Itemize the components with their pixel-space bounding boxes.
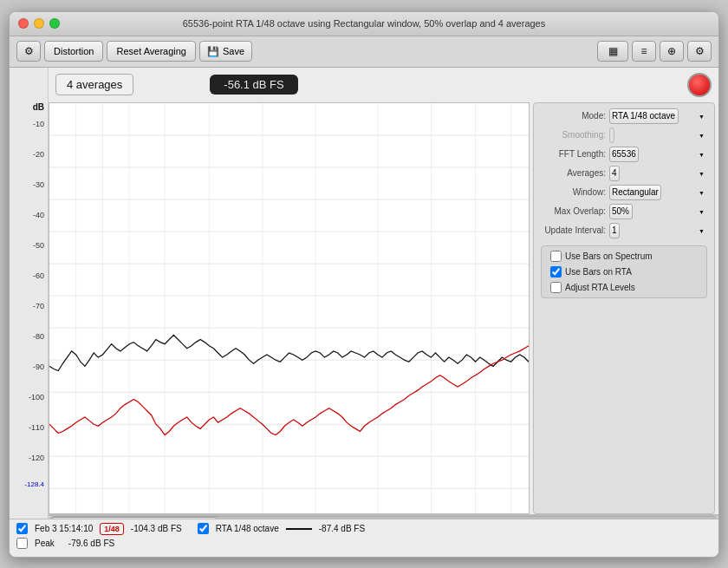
- averages-select[interactable]: 4: [609, 166, 620, 181]
- mode-label: Mode:: [541, 111, 606, 121]
- y-tick--10: -10: [33, 120, 44, 128]
- save-button[interactable]: 💾 Save: [199, 41, 252, 62]
- toolbar: ⚙ Distortion Reset Averaging 💾 Save ▦ ≡ …: [10, 36, 718, 68]
- y-tick--120: -120: [29, 454, 44, 462]
- use-bars-rta-checkbox[interactable]: [550, 266, 562, 277]
- legend-checkbox-2[interactable]: [16, 538, 28, 549]
- spectrum-svg: [49, 103, 529, 513]
- settings-icon-button[interactable]: ⚙: [16, 41, 41, 62]
- app-window: 65536-point RTA 1/48 octave using Rectan…: [9, 11, 719, 558]
- traffic-lights: [18, 18, 60, 29]
- h-scrollbar[interactable]: [49, 515, 718, 519]
- smoothing-label: Smoothing:: [541, 130, 606, 140]
- averages-badge: 4 averages: [55, 74, 133, 95]
- y-tick--50: -50: [33, 241, 44, 250]
- max-overlap-label: Max Overlap:: [541, 206, 606, 216]
- adjust-rta-levels-row: Adjust RTA Levels: [547, 281, 701, 294]
- y-tick--80: -80: [33, 332, 44, 341]
- window-title: 65536-point RTA 1/48 octave using Rectan…: [18, 18, 710, 29]
- maximize-button[interactable]: [49, 18, 60, 29]
- reset-averaging-button[interactable]: Reset Averaging: [107, 41, 196, 62]
- averages-row: Averages: 4: [541, 166, 707, 181]
- record-button[interactable]: [687, 73, 712, 97]
- use-bars-rta-row: Use Bars on RTA: [547, 265, 701, 278]
- rta-waveform: [49, 335, 529, 370]
- legend-rta-checkbox[interactable]: [198, 523, 209, 534]
- toolbar-left: ⚙ Distortion Reset Averaging 💾 Save: [16, 41, 252, 62]
- legend-row-1: Feb 3 15:14:10 1/48 -104.3 dB FS RTA 1/4…: [16, 523, 712, 535]
- scroll-track[interactable]: [50, 516, 717, 519]
- minimize-button[interactable]: [34, 18, 44, 29]
- update-label: Update Interval:: [541, 225, 606, 235]
- adjust-rta-levels-label: Adjust RTA Levels: [565, 283, 635, 292]
- max-overlap-select-wrap: 50%: [609, 204, 707, 219]
- gear-icon[interactable]: ⚙: [687, 41, 712, 62]
- y-tick--60: -60: [33, 271, 44, 280]
- y-tick--70: -70: [33, 302, 44, 310]
- chart-panel: Mode: RTA 1/48 octave Smoothing:: [49, 102, 718, 514]
- title-bar: 65536-point RTA 1/48 octave using Rectan…: [10, 12, 718, 36]
- spectrum-chart: [49, 102, 530, 514]
- smoothing-row: Smoothing:: [541, 127, 707, 143]
- adjust-rta-levels-checkbox[interactable]: [550, 282, 562, 293]
- use-bars-spectrum-row: Use Bars on Spectrum: [547, 250, 701, 263]
- fft-select[interactable]: 65536: [609, 147, 639, 162]
- window-row: Window: Rectangular: [541, 185, 707, 200]
- fft-row: FFT Length: 65536: [541, 147, 707, 162]
- spectrum-waveform: [49, 345, 529, 434]
- close-button[interactable]: [18, 18, 29, 29]
- y-tick--20: -20: [33, 150, 44, 159]
- legend-date: Feb 3 15:14:10: [35, 524, 93, 533]
- use-bars-spectrum-checkbox[interactable]: [550, 251, 562, 262]
- update-select-wrap: 1: [609, 223, 707, 238]
- mode-row: Mode: RTA 1/48 octave: [541, 108, 707, 124]
- y-tick--90: -90: [33, 362, 44, 371]
- mode-select-wrap: RTA 1/48 octave: [609, 108, 707, 124]
- toolbar-right: ▦ ≡ ⊕ ⚙: [597, 41, 712, 62]
- update-interval-row: Update Interval: 1: [541, 223, 707, 238]
- window-select[interactable]: Rectangular: [609, 185, 661, 200]
- legend-row-2: Peak -79.6 dB FS: [16, 538, 712, 549]
- chart-top-bar: 4 averages -56.1 dB FS: [49, 68, 718, 102]
- legend-badge-1: 1/48: [100, 523, 124, 535]
- layout-icon-2[interactable]: ≡: [632, 41, 656, 62]
- layout-icon-1[interactable]: ▦: [597, 41, 628, 62]
- save-icon: 💾: [207, 46, 219, 57]
- legend-rta-label: RTA 1/48 octave: [216, 524, 279, 533]
- legend-peak-db: -79.6 dB FS: [68, 539, 114, 548]
- legend-db-1: -104.3 dB FS: [131, 524, 182, 533]
- max-overlap-select[interactable]: 50%: [609, 204, 633, 219]
- averages-select-wrap: 4: [609, 166, 707, 181]
- window-label: Window:: [541, 187, 606, 197]
- use-bars-rta-label: Use Bars on RTA: [565, 267, 632, 277]
- chart-area: 4 averages -56.1 dB FS: [49, 68, 718, 519]
- scroll-thumb[interactable]: [51, 517, 218, 519]
- db-axis-label: dB: [33, 102, 44, 112]
- checkbox-group: Use Bars on Spectrum Use Bars on RTA Adj…: [541, 245, 707, 298]
- settings-panel: Mode: RTA 1/48 octave Smoothing:: [533, 102, 715, 514]
- fft-select-wrap: 65536: [609, 147, 707, 162]
- smoothing-select: [609, 127, 614, 143]
- max-overlap-row: Max Overlap: 50%: [541, 204, 707, 219]
- legend-peak-label: Peak: [35, 539, 55, 548]
- y-tick--100: -100: [29, 393, 44, 402]
- legend-line-black: [286, 528, 312, 530]
- crosshair-icon[interactable]: ⊕: [660, 41, 684, 62]
- db-value-badge: -56.1 dB FS: [210, 75, 297, 95]
- window-select-wrap: Rectangular: [609, 185, 707, 200]
- smoothing-select-wrap: [609, 127, 707, 143]
- use-bars-spectrum-label: Use Bars on Spectrum: [565, 251, 653, 261]
- fft-label: FFT Length:: [541, 149, 606, 159]
- legend-rta-db: -87.4 dB FS: [319, 524, 365, 533]
- y-axis: dB -10 -20 -30 -40 -50 -60 -70 -80 -90 -…: [10, 68, 49, 519]
- distortion-button[interactable]: Distortion: [44, 41, 103, 62]
- update-select[interactable]: 1: [609, 223, 620, 238]
- mode-select[interactable]: RTA 1/48 octave: [609, 108, 679, 124]
- y-tick--40: -40: [33, 211, 44, 219]
- y-tick--110: -110: [29, 423, 44, 432]
- averages-label: Averages:: [541, 168, 606, 178]
- save-label: Save: [223, 46, 244, 56]
- legend-bar: Feb 3 15:14:10 1/48 -104.3 dB FS RTA 1/4…: [10, 519, 718, 557]
- y-tick--30: -30: [33, 180, 44, 189]
- legend-checkbox-1[interactable]: [16, 523, 28, 534]
